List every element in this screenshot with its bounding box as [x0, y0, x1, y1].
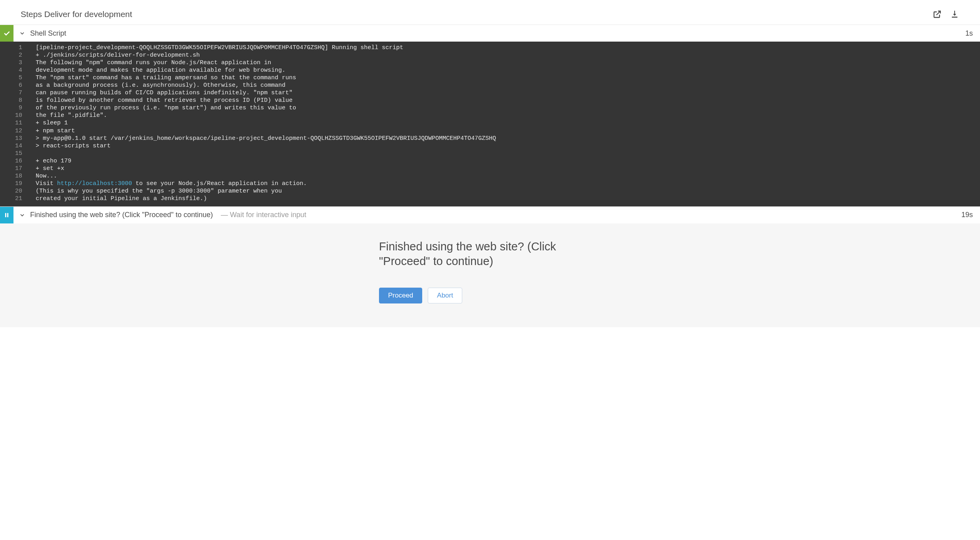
log-line-number: 18 [0, 172, 36, 180]
log-line-text: + sleep 1 [36, 119, 68, 127]
svg-rect-1 [5, 213, 6, 218]
step-row-shell-script[interactable]: Shell Script 1s [0, 25, 980, 42]
log-line-text: (This is why you specified the "args -p … [36, 187, 282, 195]
chevron-down-icon [19, 30, 25, 36]
log-line: 17+ set +x [0, 165, 980, 172]
log-line: 18Now... [0, 172, 980, 180]
log-line: 20(This is why you specified the "args -… [0, 187, 980, 195]
log-line-number: 7 [0, 89, 36, 97]
log-line: 15 [0, 150, 980, 157]
log-line-number: 5 [0, 74, 36, 82]
log-line-number: 3 [0, 59, 36, 67]
log-line: 2+ ./jenkins/scripts/deliver-for-develop… [0, 52, 980, 59]
title-stage: Deliver for development [44, 10, 132, 19]
log-line-text: > react-scripts start [36, 142, 111, 150]
svg-rect-0 [952, 17, 957, 18]
log-line-number: 14 [0, 142, 36, 150]
log-line-text: the file ".pidfile". [36, 112, 107, 119]
log-line-text: The "npm start" command has a trailing a… [36, 74, 296, 82]
log-line: 19Visit http://localhost:3000 to see you… [0, 180, 980, 187]
log-line: 1[ipeline-project_development-QOQLHZSSGT… [0, 44, 980, 52]
input-panel: Finished using the web site? (Click "Pro… [0, 223, 980, 327]
status-success-icon [0, 25, 13, 42]
log-link[interactable]: http://localhost:3000 [57, 180, 132, 187]
abort-button[interactable]: Abort [428, 288, 462, 303]
log-line-text: + ./jenkins/scripts/deliver-for-developm… [36, 52, 200, 59]
step-duration: 19s [954, 207, 980, 223]
log-line: 10the file ".pidfile". [0, 112, 980, 119]
log-line-number: 17 [0, 165, 36, 172]
log-line-text: of the previously run process (i.e. "npm… [36, 104, 296, 112]
log-line-number: 16 [0, 157, 36, 165]
input-message: Finished using the web site? (Click "Pro… [379, 239, 601, 269]
log-line-number: 6 [0, 82, 36, 89]
log-output: 1[ipeline-project_development-QOQLHZSSGT… [0, 42, 980, 206]
log-line-number: 2 [0, 52, 36, 59]
log-line: 12+ npm start [0, 127, 980, 135]
log-line-text: Visit http://localhost:3000 to see your … [36, 180, 307, 187]
log-line: 8is followed by another command that ret… [0, 97, 980, 104]
open-in-new-icon[interactable] [932, 10, 942, 19]
log-line-number: 21 [0, 195, 36, 202]
log-line-number: 19 [0, 180, 36, 187]
log-line-text: can pause running builds of CI/CD applic… [36, 89, 293, 97]
log-line-number: 1 [0, 44, 36, 52]
log-line: 5The "npm start" command has a trailing … [0, 74, 980, 82]
log-line: 16+ echo 179 [0, 157, 980, 165]
log-line-number: 4 [0, 67, 36, 74]
log-line-number: 9 [0, 104, 36, 112]
log-line-text: is followed by another command that retr… [36, 97, 293, 104]
log-line-text: Now... [36, 172, 57, 180]
log-line: 11+ sleep 1 [0, 119, 980, 127]
log-line: 14> react-scripts start [0, 142, 980, 150]
log-line-text: > my-app@0.1.0 start /var/jenkins_home/w… [36, 135, 496, 142]
chevron-down-icon [19, 212, 25, 218]
download-icon[interactable] [950, 10, 959, 19]
log-line-number: 20 [0, 187, 36, 195]
log-line: 9of the previously run process (i.e. "np… [0, 104, 980, 112]
page-title: Steps Deliver for development [21, 10, 132, 19]
log-line-number: 10 [0, 112, 36, 119]
log-line: 4development mode and makes the applicat… [0, 67, 980, 74]
step-title: Shell Script [30, 29, 66, 38]
log-line-text: + npm start [36, 127, 75, 135]
log-line-text: as a background process (i.e. asynchrono… [36, 82, 285, 89]
log-line: 7can pause running builds of CI/CD appli… [0, 89, 980, 97]
log-line-text: + echo 179 [36, 157, 71, 165]
step-duration: 1s [958, 25, 980, 42]
log-line-text: The following "npm" command runs your No… [36, 59, 271, 67]
svg-rect-2 [7, 213, 8, 218]
log-line-number: 8 [0, 97, 36, 104]
step-title: Finished using the web site? (Click "Pro… [30, 211, 213, 219]
log-line: 6as a background process (i.e. asynchron… [0, 82, 980, 89]
proceed-button[interactable]: Proceed [379, 288, 422, 303]
status-paused-icon [0, 207, 13, 223]
step-subtitle: — Wait for interactive input [217, 211, 306, 219]
log-line: 21created your initial Pipeline as a Jen… [0, 195, 980, 202]
step-row-input[interactable]: Finished using the web site? (Click "Pro… [0, 206, 980, 223]
log-line-text: created your initial Pipeline as a Jenki… [36, 195, 207, 202]
log-line: 3The following "npm" command runs your N… [0, 59, 980, 67]
log-line-number: 12 [0, 127, 36, 135]
log-line-number: 15 [0, 150, 36, 157]
log-line: 13> my-app@0.1.0 start /var/jenkins_home… [0, 135, 980, 142]
log-line-text: development mode and makes the applicati… [36, 67, 285, 74]
steps-header: Steps Deliver for development [0, 0, 980, 25]
log-line-text: [ipeline-project_development-QOQLHZSSGTD… [36, 44, 403, 52]
log-line-number: 11 [0, 119, 36, 127]
log-line-text: + set +x [36, 165, 64, 172]
title-prefix: Steps [21, 10, 44, 19]
log-line-number: 13 [0, 135, 36, 142]
